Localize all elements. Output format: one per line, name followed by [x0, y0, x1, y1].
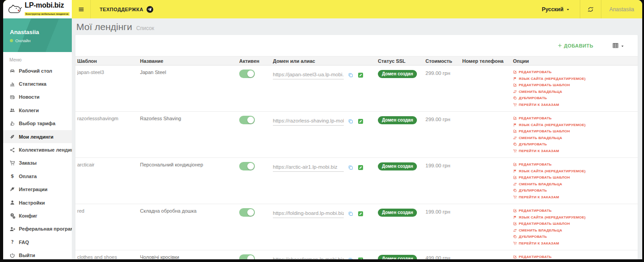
- copy-domain-icon[interactable]: [348, 211, 354, 217]
- option-link[interactable]: РЕДАКТИРОВАТЬ: [513, 116, 630, 120]
- sidebar-item[interactable]: Интеграции: [3, 183, 72, 196]
- domain-input[interactable]: [273, 256, 344, 259]
- active-toggle[interactable]: [239, 70, 255, 78]
- profile-name: Anastasiia: [10, 29, 72, 35]
- language-dropdown[interactable]: Русский: [532, 0, 580, 18]
- copy-domain-icon[interactable]: [348, 118, 354, 124]
- sidebar-menu: Рабочий стол Статистика Новости Коллеги …: [3, 64, 72, 259]
- copy-domain-icon[interactable]: [348, 257, 354, 259]
- option-link[interactable]: ДУБЛИРОВАТЬ: [513, 142, 630, 146]
- language-icon: [513, 215, 517, 219]
- option-link[interactable]: СМЕНИТЬ ВЛАДЕЛЬЦА: [513, 182, 630, 186]
- chevron-down-icon: [621, 44, 624, 48]
- sidebar-item[interactable]: Новости: [3, 91, 72, 104]
- edit-domain-icon[interactable]: [358, 165, 364, 170]
- option-link[interactable]: ЯЗЫК САЙТА (НЕРЕДАКТИРУЕМОЕ): [513, 215, 630, 219]
- logo[interactable]: LP-mobi.biz Конструктор мобильных лендин…: [3, 0, 72, 18]
- duplicate-icon: [513, 188, 517, 192]
- sidebar-item[interactable]: Коллективные лендинги: [3, 143, 72, 156]
- edit-domain-icon[interactable]: [358, 118, 364, 124]
- active-toggle[interactable]: [239, 254, 255, 259]
- option-link[interactable]: РЕДАКТИРОВАТЬ: [513, 255, 630, 259]
- telegram-icon: [146, 6, 153, 13]
- option-link[interactable]: СМЕНИТЬ ВЛАДЕЛЬЦА: [513, 90, 630, 94]
- dog-logo-icon: [7, 3, 23, 16]
- plus-icon: [557, 43, 562, 48]
- option-link[interactable]: РЕДАКТИРОВАТЬ: [513, 162, 630, 166]
- option-link[interactable]: ДУБЛИРОВАТЬ: [513, 235, 630, 239]
- option-link[interactable]: ЯЗЫК САЙТА (НЕРЕДАКТИРУЕМОЕ): [513, 77, 630, 81]
- language-icon: [513, 169, 517, 173]
- option-link[interactable]: ДУБЛИРОВАТЬ: [513, 96, 630, 100]
- support-button[interactable]: ТЕХПОДДЕРЖКА: [91, 0, 162, 18]
- sidebar-item[interactable]: Мои лендинги: [3, 130, 72, 143]
- sidebar-item[interactable]: Рабочий стол: [3, 64, 72, 77]
- table-row: clothes and shoes Чоловічі кросівки Доме…: [75, 250, 638, 259]
- option-link[interactable]: ПЕРЕЙТИ К ЗАКАЗАМ: [513, 149, 630, 153]
- sidebar-item[interactable]: $ Оплата: [3, 170, 72, 183]
- option-link[interactable]: РЕДАКТИРОВАТЬ ШАБЛОН: [513, 222, 630, 226]
- sidebar-item[interactable]: Заказы: [3, 157, 72, 170]
- domain-input[interactable]: [273, 210, 344, 218]
- edit-domain-icon[interactable]: [358, 211, 364, 217]
- column-header: Статус SSL: [378, 58, 425, 64]
- column-header: Стоимость: [425, 58, 462, 64]
- cart-icon: [513, 195, 517, 199]
- svg-text:?: ?: [11, 240, 14, 245]
- sidebar-item[interactable]: Конфиг: [3, 209, 72, 222]
- active-toggle[interactable]: [239, 162, 255, 170]
- user-menu[interactable]: Anastasiia: [601, 0, 642, 18]
- active-toggle[interactable]: [239, 116, 255, 124]
- power-icon: [9, 253, 15, 258]
- sidebar-item[interactable]: Настройки: [3, 196, 72, 209]
- sidebar-item[interactable]: ? FAQ: [3, 236, 72, 249]
- sidebar-item[interactable]: Реферальная программа: [3, 223, 72, 236]
- card-toolbar: ДОБАВИТЬ: [75, 35, 638, 56]
- option-link[interactable]: СМЕНИТЬ ВЛАДЕЛЬЦА: [513, 228, 630, 232]
- option-link[interactable]: ЯЗЫК САЙТА (НЕРЕДАКТИРУЕМОЕ): [513, 123, 630, 127]
- question-icon: ?: [9, 239, 15, 245]
- option-link[interactable]: СМЕНИТЬ ВЛАДЕЛЬЦА: [513, 136, 630, 140]
- language-label: Русский: [542, 6, 564, 13]
- active-toggle[interactable]: [239, 208, 255, 217]
- option-link[interactable]: ПЕРЕЙТИ К ЗАКАЗАМ: [513, 195, 630, 199]
- ssl-status-badge: Домен создан: [378, 255, 417, 259]
- option-link[interactable]: ДУБЛИРОВАТЬ: [513, 188, 630, 192]
- online-status: Онлайн: [15, 38, 31, 43]
- option-link[interactable]: РЕДАКТИРОВАТЬ: [513, 209, 630, 213]
- option-link[interactable]: РЕДАКТИРОВАТЬ ШАБЛОН: [513, 83, 630, 87]
- refresh-button[interactable]: [580, 0, 601, 18]
- option-link[interactable]: ПЕРЕЙТИ К ЗАКАЗАМ: [513, 241, 630, 245]
- domain-input[interactable]: [273, 163, 344, 172]
- option-link[interactable]: ЯЗЫК САЙТА (НЕРЕДАКТИРУЕМОЕ): [513, 169, 630, 173]
- option-link[interactable]: РЕДАКТИРОВАТЬ ШАБЛОН: [513, 175, 630, 179]
- option-link[interactable]: ПЕРЕЙТИ К ЗАКАЗАМ: [513, 103, 630, 107]
- copy-domain-icon[interactable]: [348, 165, 354, 170]
- hamburger-icon: [78, 6, 84, 13]
- sidebar-item[interactable]: Статистика: [3, 77, 72, 90]
- sidebar-item[interactable]: Выйти: [3, 249, 72, 259]
- table-grid-icon: [612, 42, 619, 49]
- cell-options: РЕДАКТИРОВАТЬ ЯЗЫК САЙТА (НЕРЕДАКТИРУЕМО…: [513, 208, 634, 248]
- duplicate-icon: [513, 142, 517, 146]
- column-header: Название: [140, 58, 239, 64]
- edit-icon: [513, 222, 517, 226]
- edit-domain-icon[interactable]: [358, 257, 364, 259]
- plug-icon: [9, 187, 15, 192]
- sidebar-item[interactable]: Выбор тарифа: [3, 117, 72, 130]
- add-button[interactable]: ДОБАВИТЬ: [555, 43, 596, 49]
- ssl-status-badge: Домен создан: [378, 209, 417, 217]
- edit-domain-icon[interactable]: [358, 72, 364, 78]
- sidebar-toggle-button[interactable]: [72, 0, 91, 18]
- domain-input[interactable]: [273, 117, 344, 126]
- sidebar-item[interactable]: Коллеги: [3, 104, 72, 117]
- option-link[interactable]: РЕДАКТИРОВАТЬ: [513, 70, 630, 74]
- logo-title: LP-mobi.biz: [25, 2, 70, 9]
- domain-input[interactable]: [273, 71, 344, 79]
- chevron-down-icon: [566, 8, 570, 12]
- option-link[interactable]: РЕДАКТИРОВАТЬ ШАБЛОН: [513, 129, 630, 133]
- copy-domain-icon[interactable]: [348, 72, 354, 78]
- edit-icon: [513, 129, 517, 133]
- table-view-dropdown[interactable]: [609, 42, 627, 49]
- bar-chart-icon: [9, 81, 15, 87]
